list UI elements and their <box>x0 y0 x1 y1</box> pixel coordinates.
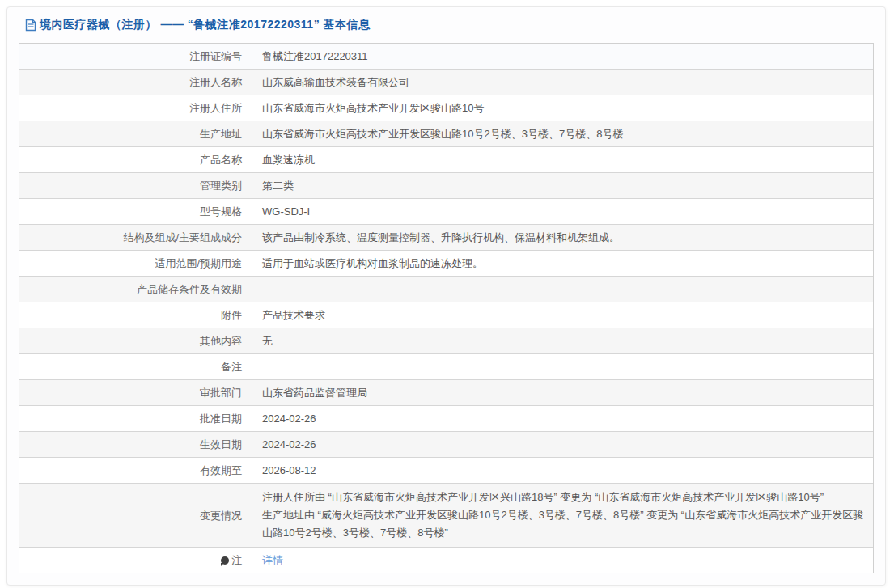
row-value: 血浆速冻机 <box>252 147 873 172</box>
table-row: 变更情况注册人住所由 “山东省威海市火炬高技术产业开发区兴山路18号” 变更为 … <box>19 484 873 548</box>
details-link[interactable]: 详情 <box>262 553 283 567</box>
row-label-text: 管理类别 <box>200 179 242 192</box>
row-value: 产品技术要求 <box>252 302 873 328</box>
row-label: 产品名称 <box>19 147 252 172</box>
table-row: 结构及组成/主要组成成分该产品由制冷系统、温度测量控制器、升降执行机构、保温材料… <box>19 225 873 251</box>
table-row: 产品名称血浆速冻机 <box>19 147 873 173</box>
row-label: 变更情况 <box>19 484 252 547</box>
table-row: 注册证编号鲁械注准20172220311 <box>19 44 873 70</box>
row-label-text: 注册人住所 <box>189 101 242 115</box>
row-label-text: 产品名称 <box>200 153 242 167</box>
row-label: 适用范围/预期用途 <box>19 251 252 276</box>
row-label: 备注 <box>19 354 252 379</box>
row-value <box>252 277 873 302</box>
row-value: 适用于血站或医疗机构对血浆制品的速冻处理。 <box>252 251 873 276</box>
row-label-text: 批准日期 <box>200 412 242 425</box>
row-value: 该产品由制冷系统、温度测量控制器、升降执行机构、保温材料和机架组成。 <box>252 225 873 250</box>
page-title: 境内医疗器械（注册） —— “鲁械注准20172220311” 基本信息 <box>40 18 371 32</box>
row-value: 鲁械注准20172220311 <box>252 44 873 69</box>
row-value: 山东威高输血技术装备有限公司 <box>252 70 873 95</box>
table-row: 管理类别第二类 <box>19 173 873 199</box>
row-label: 生效日期 <box>19 432 252 457</box>
row-label-text: 有效期至 <box>200 463 242 477</box>
row-label-text: 变更情况 <box>200 509 242 522</box>
row-value: 山东省威海市火炬高技术产业开发区骏山路10号 <box>252 95 873 121</box>
row-label: 其他内容 <box>19 328 252 353</box>
table-row: 型号规格WG-SDJ-I <box>19 199 873 225</box>
registration-info-table: 注册证编号鲁械注准20172220311注册人名称山东威高输血技术装备有限公司注… <box>19 43 874 573</box>
row-label-text: 其他内容 <box>200 334 242 348</box>
table-row: 生产地址山东省威海市火炬高技术产业开发区骏山路10号2号楼、3号楼、7号楼、8号… <box>19 121 873 147</box>
row-label: 注 <box>19 548 252 573</box>
row-label-text: 备注 <box>221 360 242 374</box>
table-row: 注详情 <box>19 548 873 573</box>
row-label: 产品储存条件及有效期 <box>19 277 252 302</box>
row-label: 生产地址 <box>19 121 252 146</box>
row-value: 详情 <box>252 548 873 573</box>
row-value: 注册人住所由 “山东省威海市火炬高技术产业开发区兴山路18号” 变更为 “山东省… <box>252 484 873 547</box>
row-label-text: 生效日期 <box>200 438 242 451</box>
table-row: 审批部门山东省药品监督管理局 <box>19 380 873 406</box>
row-label-text: 审批部门 <box>200 386 242 400</box>
row-label: 结构及组成/主要组成成分 <box>19 225 252 250</box>
table-row: 其他内容无 <box>19 328 873 354</box>
row-value: 山东省威海市火炬高技术产业开发区骏山路10号2号楼、3号楼、7号楼、8号楼 <box>252 121 873 146</box>
row-label: 审批部门 <box>19 380 252 405</box>
table-row: 注册人名称山东威高输血技术装备有限公司 <box>19 70 873 95</box>
row-label-text: 注 <box>231 553 242 567</box>
table-row: 生效日期2024-02-26 <box>19 432 873 458</box>
row-label: 附件 <box>19 302 252 328</box>
row-label-text: 附件 <box>221 308 242 322</box>
table-row: 注册人住所山东省威海市火炬高技术产业开发区骏山路10号 <box>19 95 873 121</box>
row-label: 有效期至 <box>19 458 252 483</box>
table-row: 产品储存条件及有效期 <box>19 277 873 302</box>
document-icon <box>25 19 36 32</box>
note-balloon-icon <box>221 556 229 565</box>
row-label-text: 注册证编号 <box>189 49 242 63</box>
row-label-text: 结构及组成/主要组成成分 <box>123 231 242 244</box>
table-row: 有效期至2026-08-12 <box>19 458 873 484</box>
row-label-text: 型号规格 <box>200 205 242 218</box>
row-label: 注册人名称 <box>19 70 252 95</box>
table-row: 批准日期2024-02-26 <box>19 406 873 432</box>
row-label: 注册证编号 <box>19 44 252 69</box>
row-value: 2024-02-26 <box>252 406 873 431</box>
row-value: 2026-08-12 <box>252 458 873 483</box>
row-label-text: 生产地址 <box>200 127 242 141</box>
table-row: 附件产品技术要求 <box>19 302 873 328</box>
row-value <box>252 354 873 379</box>
row-value: 无 <box>252 328 873 353</box>
row-value: 第二类 <box>252 173 873 198</box>
panel-header: 境内医疗器械（注册） —— “鲁械注准20172220311” 基本信息 <box>7 7 885 41</box>
row-label-text: 适用范围/预期用途 <box>155 256 242 270</box>
row-value: WG-SDJ-I <box>252 199 873 224</box>
row-label: 注册人住所 <box>19 95 252 121</box>
registration-info-panel: 境内医疗器械（注册） —— “鲁械注准20172220311” 基本信息 注册证… <box>6 6 886 586</box>
table-row: 适用范围/预期用途适用于血站或医疗机构对血浆制品的速冻处理。 <box>19 251 873 277</box>
row-label: 型号规格 <box>19 199 252 224</box>
row-label: 管理类别 <box>19 173 252 198</box>
row-label: 批准日期 <box>19 406 252 431</box>
row-value: 山东省药品监督管理局 <box>252 380 873 405</box>
row-label-text: 产品储存条件及有效期 <box>137 282 242 296</box>
row-value: 2024-02-26 <box>252 432 873 457</box>
table-row: 备注 <box>19 354 873 380</box>
row-label-text: 注册人名称 <box>189 75 242 89</box>
